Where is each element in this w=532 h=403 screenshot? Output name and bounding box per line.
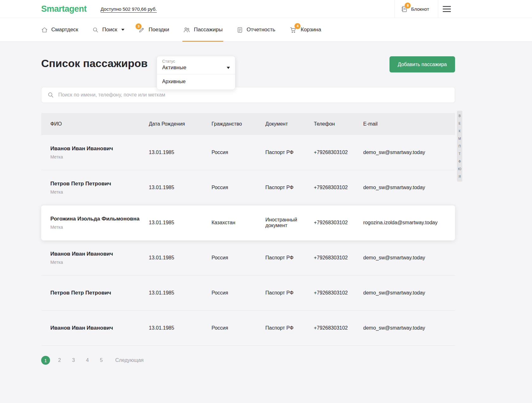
alphabet-letter[interactable]: М: [458, 135, 461, 142]
table-row[interactable]: Иванов Иван Иванович Метка 13.01.1985 Ро…: [41, 240, 455, 276]
passenger-document: Паспорт РФ: [265, 185, 314, 190]
status-filter-value: Активные: [162, 65, 186, 71]
passenger-phone: +79268303102: [314, 185, 363, 190]
table-row[interactable]: Петров Петр Петрович Метка 13.01.1985 Ро…: [41, 170, 455, 205]
alphabet-letter[interactable]: П: [459, 142, 461, 150]
passenger-name: Иванов Иван Иванович: [50, 146, 145, 152]
home-icon: [41, 27, 48, 33]
nav-label: Корзина: [301, 27, 321, 33]
passenger-birthdate: 13.01.1985: [149, 150, 212, 155]
nav-label: Смартдеск: [51, 27, 78, 33]
page-button[interactable]: 3: [69, 356, 78, 365]
table-row[interactable]: Петров Петр Петрович 13.01.1985 Россия П…: [41, 276, 455, 311]
caret-down-icon: [227, 67, 230, 69]
passenger-tag: Метка: [50, 225, 145, 230]
passenger-phone: +79268303102: [314, 290, 363, 296]
next-page-button[interactable]: Следующая: [115, 357, 144, 363]
passenger-birthdate: 13.01.1985: [149, 255, 212, 261]
passenger-citizenship: Россия: [212, 325, 265, 331]
chevron-down-icon: [121, 29, 124, 31]
passengers-icon: [183, 26, 190, 34]
passenger-name: Петров Петр Петрович: [50, 181, 145, 187]
alphabet-letter[interactable]: В: [459, 112, 461, 120]
report-icon: [237, 27, 243, 33]
add-passenger-button[interactable]: Добавить пассажира: [390, 56, 455, 72]
notebook-label: Блокнот: [411, 6, 429, 12]
passenger-citizenship: Казахстан: [212, 220, 265, 226]
column-header-birthdate: Дата Рождения: [149, 121, 212, 127]
passenger-birthdate: 13.01.1985: [149, 185, 212, 190]
logo[interactable]: Smartagent: [41, 4, 87, 14]
trips-badge: 3: [136, 23, 142, 29]
passenger-name: Петров Петр Петрович: [50, 290, 145, 296]
page-button[interactable]: 1: [41, 356, 50, 365]
status-filter-control[interactable]: Статус Активные: [157, 56, 235, 74]
hamburger-icon: [443, 6, 451, 12]
nav-label: Поездки: [149, 27, 169, 33]
column-header-phone: Телефон: [314, 121, 363, 127]
passenger-phone: +79268303102: [314, 255, 363, 261]
table-row[interactable]: Иванов Иван Иванович Метка 13.01.1985 Ро…: [41, 135, 455, 170]
passenger-document: Паспорт РФ: [265, 150, 314, 155]
column-header-document: Документ: [265, 121, 314, 127]
passenger-document: Иностранный документ: [265, 217, 314, 228]
passenger-document: Паспорт РФ: [265, 290, 314, 296]
pagination: 12345 Следующая: [41, 356, 455, 384]
alphabet-letter[interactable]: Е: [459, 120, 461, 127]
passenger-citizenship: Россия: [212, 255, 265, 261]
column-header-name: ФИО: [50, 121, 149, 127]
passenger-tag: Метка: [50, 260, 145, 265]
passenger-citizenship: Россия: [212, 290, 265, 296]
main-nav: Смартдеск Поиск 3 Поездки Пасс: [0, 18, 532, 42]
column-header-email: E-mail: [363, 121, 455, 127]
passenger-tag: Метка: [50, 189, 145, 195]
page-button[interactable]: 4: [83, 356, 92, 365]
alphabet-letter[interactable]: Ф: [459, 158, 461, 165]
alphabet-index: ВЕКМПТФЮЯ: [457, 111, 462, 182]
notebook-button[interactable]: 8 Блокнот: [395, 0, 438, 18]
alphabet-letter[interactable]: Т: [459, 150, 460, 158]
nav-reports[interactable]: Отчетность: [237, 18, 276, 41]
passenger-email: demo_sw@smartway.today: [363, 325, 455, 331]
page-button[interactable]: 5: [97, 356, 106, 365]
alphabet-letter[interactable]: Ю: [458, 165, 461, 173]
passenger-citizenship: Россия: [212, 185, 265, 190]
page-button[interactable]: 2: [55, 356, 64, 365]
status-option-archived[interactable]: Архивные: [157, 76, 235, 88]
nav-smartdesk[interactable]: Смартдеск: [41, 18, 78, 41]
page-title: Список пассажиров: [41, 57, 148, 70]
nav-passengers[interactable]: Пассажиры: [183, 18, 223, 41]
table-row[interactable]: Иванов Иван Иванович 13.01.1985 Россия П…: [41, 311, 455, 346]
nav-trips[interactable]: 3 Поездки: [138, 18, 169, 41]
passenger-email: demo_sw@smartway.today: [363, 185, 455, 190]
alphabet-letter[interactable]: Я: [459, 173, 461, 180]
search-input[interactable]: [58, 92, 449, 98]
nav-label: Поиск: [102, 27, 117, 33]
notebook-badge: 8: [405, 3, 411, 9]
passenger-birthdate: 13.01.1985: [149, 220, 212, 226]
status-filter-label: Статус: [162, 59, 230, 64]
search-icon: [92, 27, 99, 33]
nav-search[interactable]: Поиск: [92, 18, 124, 41]
passenger-document: Паспорт РФ: [265, 255, 314, 261]
passenger-email: demo_sw@smartway.today: [363, 150, 455, 155]
cart-badge: 4: [294, 23, 301, 29]
passenger-name: Рогожина Изольда Фильмоновна: [50, 216, 145, 222]
balance-link[interactable]: Доступно 502 970,66 руб.: [101, 6, 157, 12]
nav-label: Отчетность: [247, 27, 276, 33]
status-filter-options: Архивные: [157, 74, 235, 90]
table-body: Иванов Иван Иванович Метка 13.01.1985 Ро…: [41, 135, 455, 346]
passenger-phone: +79268303102: [314, 220, 363, 226]
passenger-tag: Метка: [50, 154, 145, 159]
passenger-email: demo_sw@smartway.today: [363, 290, 455, 296]
nav-label: Пассажиры: [194, 27, 223, 33]
passengers-table: ФИО Дата Рождения Гражданство Документ Т…: [41, 113, 455, 346]
passenger-birthdate: 13.01.1985: [149, 325, 212, 331]
nav-cart[interactable]: 4 Корзина: [289, 18, 321, 41]
alphabet-letter[interactable]: К: [459, 127, 461, 135]
main-content: Список пассажиров Статус Активные Архивн…: [0, 42, 532, 403]
passenger-email: rogozina.izolda@smartway.today: [363, 220, 455, 226]
table-row[interactable]: Рогожина Изольда Фильмоновна Метка 13.01…: [41, 205, 455, 240]
table-header-row: ФИО Дата Рождения Гражданство Документ Т…: [41, 113, 455, 135]
menu-button[interactable]: [438, 0, 455, 18]
